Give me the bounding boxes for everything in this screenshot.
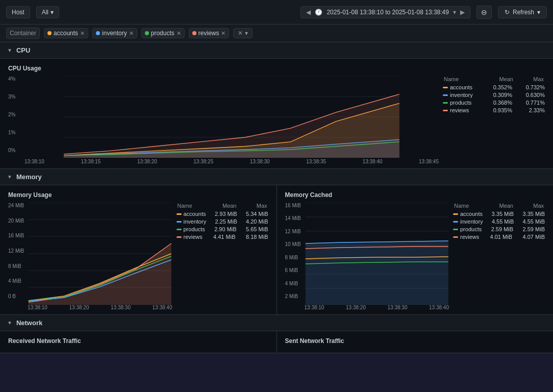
mc-products-name: products	[460, 226, 482, 232]
inventory-name: inventory	[450, 92, 480, 98]
memory-cached-title: Memory Cached	[285, 191, 545, 199]
mu-accounts-name: accounts	[184, 211, 206, 217]
filter-tag-reviews: reviews ✕	[189, 28, 230, 38]
filter-tag-inventory: inventory ✕	[92, 28, 137, 38]
mu-max-header: Max	[237, 203, 267, 209]
x-label-5: 13:38:35	[306, 159, 326, 164]
x-label-1: 13:38:15	[81, 159, 100, 164]
memory-chart-row: Memory Usage 24 MiB 20 MiB 16 MiB 12 MiB…	[0, 185, 553, 315]
mu-accounts-mean: 2.93 MiB	[208, 211, 237, 217]
reviews-max: 2.33%	[514, 107, 545, 113]
accounts-max: 0.732%	[514, 84, 545, 90]
time-range-control[interactable]: ◀ 🕐 2025-01-08 13:38:10 to 2025-01-08 13…	[300, 6, 470, 18]
zoom-button[interactable]: ⊖	[476, 6, 492, 19]
accounts-color	[443, 87, 448, 88]
mu-reviews-max: 8.18 MiB	[238, 234, 268, 240]
mc-accounts: accounts 3.35 MiB 3.35 MiB	[453, 211, 545, 217]
memory-section-header[interactable]: ▼ Memory	[0, 169, 553, 185]
filter-tag-reviews-label: reviews	[198, 30, 219, 37]
x-label-0: 13:38:10	[24, 159, 44, 164]
mx-label-1: 13:38:20	[69, 305, 89, 310]
next-icon[interactable]: ▶	[460, 9, 465, 16]
mu-products: products 2.90 MiB 5.65 MiB	[177, 226, 268, 232]
mu-reviews-mean: 4.41 MiB	[205, 234, 236, 240]
chevron-down-icon: ▾	[51, 9, 54, 16]
memory-cached-svg	[305, 203, 449, 305]
remove-accounts-button[interactable]: ✕	[80, 30, 85, 37]
filter-more-button[interactable]: ✕ ▾	[233, 28, 253, 38]
remove-inventory-button[interactable]: ✕	[129, 30, 134, 37]
mu-inventory-max: 4.20 MiB	[239, 218, 268, 225]
received-traffic-title: Received Network Traffic	[8, 337, 268, 345]
cx-label-1: 13:38:20	[346, 305, 366, 310]
mem-y-axis: 24 MiB 20 MiB 16 MiB 12 MiB 8 MiB 4 MiB …	[8, 203, 27, 299]
network-chart-row: Received Network Traffic Sent Network Tr…	[0, 331, 553, 353]
all-label: All	[42, 9, 48, 16]
y-label-0: 0%	[8, 148, 23, 153]
y-label-4: 4%	[8, 76, 23, 82]
cpu-legend-inventory: inventory 0.309% 0.630%	[443, 92, 545, 98]
mc-reviews-mean: 4.01 MiB	[482, 234, 512, 240]
mc-products: products 2.59 MiB 2.59 MiB	[453, 226, 545, 232]
mu-name-header: Name	[178, 203, 206, 209]
memory-cached-chart: Memory Cached 16 MiB 14 MiB 12 MiB 10 Mi…	[277, 185, 554, 315]
cy-label-7: 14 MiB	[285, 215, 304, 221]
mu-inventory-color	[177, 221, 182, 223]
accounts-mean: 0.352%	[482, 84, 512, 90]
mc-inventory-name: inventory	[460, 218, 483, 225]
cpu-legend-reviews: reviews 0.935% 2.33%	[443, 107, 545, 113]
products-mean: 0.368%	[482, 100, 512, 106]
remove-products-button[interactable]: ✕	[177, 30, 181, 37]
all-button[interactable]: All ▾	[36, 6, 59, 18]
x-label-7: 13:38:45	[419, 159, 439, 164]
mc-accounts-max: 3.35 MiB	[516, 211, 545, 217]
my-label-3: 8 MiB	[8, 263, 27, 269]
prev-icon[interactable]: ◀	[306, 9, 311, 16]
reviews-mean: 0.935%	[482, 107, 512, 113]
my-label-6: 20 MiB	[8, 218, 27, 224]
mc-legend-header: Name Mean Max	[453, 203, 545, 209]
cpu-usage-chart: CPU Usage 4% 3% 2% 1% 0%	[0, 59, 553, 169]
mc-name-header: Name	[454, 203, 483, 209]
filter-tag-inventory-label: inventory	[102, 30, 127, 37]
mu-mean-header: Mean	[206, 203, 237, 209]
memory-usage-chart: Memory Usage 24 MiB 20 MiB 16 MiB 12 MiB…	[0, 185, 277, 315]
x-label-2: 13:38:20	[137, 159, 157, 164]
memory-cached-inner: 16 MiB 14 MiB 12 MiB 10 MiB 8 MiB 6 MiB …	[285, 203, 545, 310]
cpu-section: ▼ CPU CPU Usage 4% 3% 2% 1% 0%	[0, 42, 553, 169]
cpu-legend-header: Name Mean Max	[443, 76, 545, 82]
mc-reviews-max: 4.07 MiB	[514, 234, 545, 240]
mu-accounts-color	[177, 213, 182, 215]
network-section-header[interactable]: ▼ Network	[0, 315, 553, 331]
cpu-collapse-icon: ▼	[7, 47, 12, 53]
chevron-down-icon: ▾	[453, 9, 456, 16]
host-button[interactable]: Host	[6, 6, 30, 18]
mu-products-max: 5.65 MiB	[239, 226, 268, 232]
my-label-2: 4 MiB	[8, 278, 27, 284]
filter-color-inventory	[96, 31, 100, 35]
mc-reviews: reviews 4.01 MiB 4.07 MiB	[453, 234, 545, 240]
mc-reviews-color	[453, 236, 458, 238]
cpu-y-axis: 4% 3% 2% 1% 0%	[8, 76, 23, 153]
mc-max-header: Max	[513, 203, 544, 209]
mu-legend-header: Name Mean Max	[177, 203, 268, 209]
remove-reviews-button[interactable]: ✕	[221, 30, 225, 37]
cpu-section-header[interactable]: ▼ CPU	[0, 42, 553, 59]
refresh-button[interactable]: ↻ Refresh ▾	[498, 6, 547, 18]
network-collapse-icon: ▼	[7, 320, 12, 326]
inventory-max: 0.630%	[514, 92, 545, 98]
reviews-name: reviews	[450, 107, 480, 113]
cy-label-1: 2 MiB	[285, 293, 304, 299]
cpu-x-axis: 13:38:10 13:38:15 13:38:20 13:38:25 13:3…	[8, 159, 439, 164]
cy-label-4: 8 MiB	[285, 255, 304, 260]
refresh-label: Refresh	[513, 9, 534, 16]
my-label-0: 0 B	[8, 293, 27, 299]
clock-icon: 🕐	[315, 9, 322, 16]
container-filter-label: Container	[6, 28, 40, 39]
cpu-legend: Name Mean Max accounts 0.352% 0.732% inv…	[443, 76, 545, 164]
y-label-3: 3%	[8, 94, 23, 100]
mc-products-max: 2.59 MiB	[515, 226, 545, 232]
svg-marker-24	[305, 241, 448, 305]
sent-traffic-title: Sent Network Traffic	[285, 337, 545, 345]
y-label-2: 2%	[8, 112, 23, 117]
